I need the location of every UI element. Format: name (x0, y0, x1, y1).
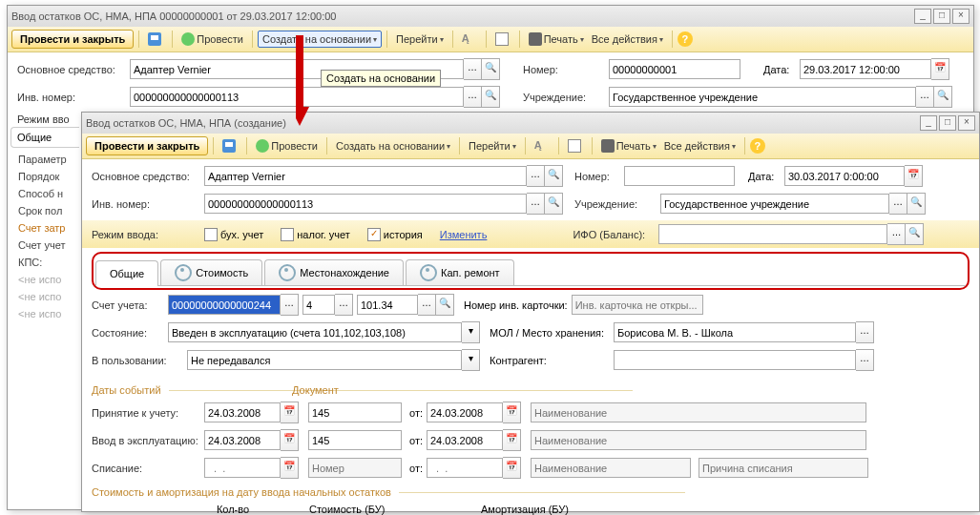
write-date-input[interactable] (204, 458, 281, 478)
inv-input[interactable] (130, 87, 464, 107)
maximize-button[interactable]: □ (939, 115, 956, 131)
oper-date-input[interactable] (204, 430, 281, 450)
post-button[interactable]: Провести (252, 137, 322, 154)
inst-input[interactable] (609, 87, 916, 107)
card-label: Номер инв. карточки: (464, 299, 568, 311)
accept-name-input[interactable] (531, 402, 866, 422)
search-button[interactable]: 🔍 (545, 165, 563, 187)
calendar-button[interactable]: 📅 (905, 165, 923, 187)
write-reason-input[interactable] (699, 458, 868, 478)
help-icon[interactable]: ? (750, 138, 765, 154)
write-name-input[interactable] (531, 458, 691, 478)
create-based-on-button[interactable]: Создать на основании▾ (332, 138, 454, 154)
state-input[interactable] (168, 322, 462, 342)
accept-from-input[interactable] (427, 402, 503, 422)
number-input[interactable] (624, 166, 735, 186)
all-actions-button[interactable]: Все действия▾ (660, 138, 740, 154)
use-input[interactable] (187, 350, 462, 370)
all-actions-button[interactable]: Все действия▾ (588, 31, 667, 47)
lookup-button[interactable]: … (887, 223, 906, 245)
mol-label: МОЛ / Место хранения: (490, 327, 614, 339)
goto-button[interactable]: Перейти▾ (465, 138, 520, 154)
post-icon (256, 139, 269, 153)
maximize-button[interactable]: □ (933, 9, 950, 24)
tab-cost[interactable]: Стоимость (160, 259, 262, 285)
tool-icon-2[interactable] (491, 31, 514, 48)
search-button[interactable]: 🔍 (906, 223, 924, 245)
search-button[interactable]: 🔍 (545, 193, 563, 215)
search-button[interactable]: 🔍 (482, 58, 500, 80)
save-button[interactable] (144, 31, 167, 48)
change-link[interactable]: Изменить (440, 229, 488, 240)
create-based-on-button[interactable]: Создать на основании▾ (258, 31, 382, 48)
buh-checkbox[interactable] (204, 228, 218, 241)
write-from-input[interactable] (427, 458, 503, 478)
window1-toolbar: Провести и закрыть Провести Создать на о… (8, 27, 973, 52)
accept-num-input[interactable] (308, 402, 402, 422)
search-button[interactable]: 🔍 (907, 193, 926, 215)
close-button[interactable]: × (952, 9, 970, 24)
inst-input[interactable] (660, 194, 889, 214)
lookup-button[interactable]: … (464, 58, 482, 80)
letter-icon: Ą (462, 32, 475, 46)
write-num-input[interactable] (308, 458, 402, 478)
goto-button[interactable]: Перейти▾ (392, 31, 448, 47)
accept-date-input[interactable] (204, 402, 281, 422)
dates-group-label: Даты событий (92, 384, 292, 396)
account-input-1[interactable] (168, 295, 281, 315)
lookup-button[interactable]: … (527, 165, 545, 187)
tool-icon-1[interactable]: Ą (531, 137, 553, 154)
help-icon[interactable]: ? (678, 31, 693, 47)
search-button[interactable]: 🔍 (482, 86, 500, 108)
inv-input[interactable] (204, 194, 527, 214)
cost-group-label: Стоимость и амортизация на дату ввода на… (92, 486, 970, 498)
close-button[interactable]: × (958, 115, 975, 131)
lookup-button[interactable]: … (464, 86, 482, 108)
number-input[interactable] (609, 59, 740, 79)
tool-icon-1[interactable]: Ą (458, 31, 481, 48)
lookup-button[interactable]: … (527, 193, 545, 215)
tab-location[interactable]: Местонахождение (264, 259, 404, 285)
oper-label: Ввод в эксплуатацию: (92, 435, 204, 446)
history-checkbox[interactable] (367, 228, 381, 241)
left-tab-general[interactable]: Общие (10, 127, 79, 148)
oper-name-input[interactable] (531, 430, 866, 450)
tool-icon-2[interactable] (564, 137, 587, 154)
post-and-close-button[interactable]: Провести и закрыть (11, 30, 134, 49)
mode-label: Режим ввода: (92, 229, 204, 240)
tab-general[interactable]: Общие (95, 260, 158, 286)
nal-checkbox[interactable] (281, 228, 294, 241)
chevron-down-icon: ▾ (373, 35, 377, 44)
save-button[interactable] (219, 137, 241, 154)
use-label: В пользовании: (92, 355, 187, 366)
mol-input[interactable] (614, 322, 856, 342)
account-input-3[interactable] (357, 295, 418, 315)
print-button[interactable]: Печать▾ (525, 31, 588, 48)
oper-from-input[interactable] (427, 430, 503, 450)
post-button[interactable]: Провести (177, 31, 247, 48)
basic-asset-label: Основное средство: (92, 171, 204, 182)
date-label: Дата: (763, 64, 800, 75)
date-input[interactable] (800, 59, 931, 79)
lookup-button[interactable]: … (916, 86, 934, 108)
contr-input[interactable] (614, 350, 856, 370)
minimize-button[interactable]: _ (914, 9, 931, 24)
account-input-2[interactable] (302, 295, 335, 315)
oper-num-input[interactable] (308, 430, 402, 450)
lookup-button[interactable]: … (889, 193, 907, 215)
post-icon (181, 32, 195, 46)
tab-icon (420, 264, 437, 281)
tab-repair[interactable]: Кап. ремонт (406, 259, 514, 285)
card-input[interactable] (572, 295, 703, 315)
minimize-button[interactable]: _ (920, 115, 937, 131)
post-and-close-button[interactable]: Провести и закрыть (86, 136, 208, 155)
print-button[interactable]: Печать▾ (597, 137, 660, 154)
ifo-input[interactable] (658, 224, 887, 244)
search-button[interactable]: 🔍 (934, 86, 952, 108)
tabs-highlight-annotation: Общие Стоимость Местонахождение Кап. рем… (92, 252, 970, 290)
calendar-button[interactable]: 📅 (931, 58, 949, 80)
date-input[interactable] (784, 166, 905, 186)
save-icon (148, 32, 161, 46)
basic-asset-input[interactable] (204, 166, 527, 186)
write-label: Списание: (92, 463, 204, 474)
